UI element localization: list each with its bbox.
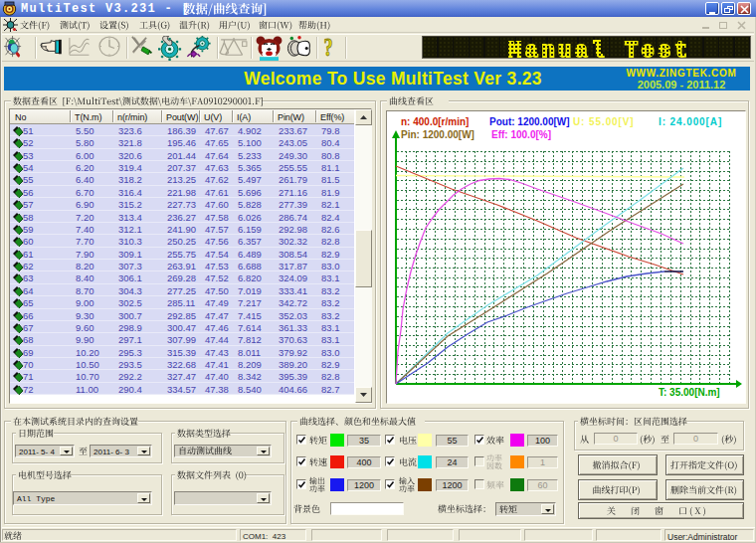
svg-text:?: ? <box>323 36 332 61</box>
